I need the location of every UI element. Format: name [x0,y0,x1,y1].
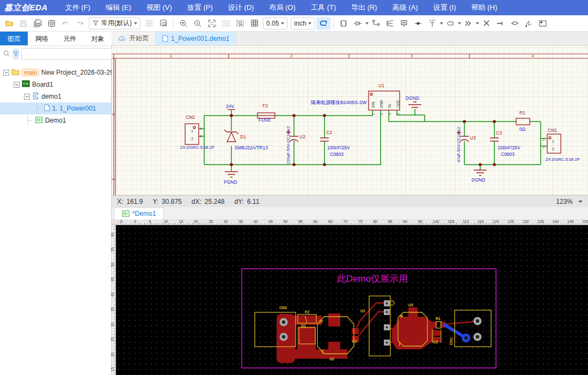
pcb-label-D1: D1 [301,324,306,328]
ruler-tick-label: 5 [149,220,151,223]
pcb-label-U1: U1 [360,309,365,313]
panel-tab-图页[interactable]: 图页 [0,32,28,45]
label-100nF/25V: 100nF/25V [498,145,520,150]
menu-item-5[interactable]: 布局 (O) [261,0,303,15]
place-netlabel-icon[interactable] [397,17,411,30]
zoom-fit-icon[interactable] [205,17,219,30]
label-FUSE: FUSE [259,117,271,123]
place-netflag-icon[interactable] [411,17,425,30]
ruler-tick-label: 140 [553,220,559,223]
ruler-tick-label: 35 [111,307,114,312]
label-C0603: C0603 [501,152,514,157]
menu-item-2[interactable]: 视图 (V) [139,0,180,15]
save-icon[interactable] [16,17,30,30]
grid-settings-icon[interactable] [247,17,261,30]
save-history-icon[interactable] [45,17,59,30]
panel-tab-对象[interactable]: 对象 [84,32,112,45]
document-tabs: 开始页1_Power001.demo1 [112,32,588,46]
label-隔离电源模块B2405S-2W: 隔离电源模块B2405S-2W [311,100,367,105]
menu-item-6[interactable]: 工具 (T) [303,0,344,15]
place-pin-icon[interactable] [493,17,507,30]
place-offpage-icon[interactable] [461,17,475,30]
zoom-selection-icon[interactable] [233,17,247,30]
doc-tab-开始页[interactable]: 开始页 [112,32,156,45]
doc-tab-label: 开始页 [129,34,149,43]
place-port-icon[interactable] [443,17,457,30]
zoom-out-icon[interactable] [191,17,205,30]
search-icon[interactable] [3,50,10,59]
place-flag-icon[interactable] [536,17,550,30]
label-100nF/25V: 100nF/25V [327,145,350,150]
zoom-window-icon[interactable] [219,17,233,30]
doc-tab-1_Power001.demo1[interactable]: 1_Power001.demo1 [156,32,236,45]
ruler-tick-label: 40 [111,292,114,297]
wire-mode-icon[interactable] [316,17,330,30]
tree-item-New-Project_2026-03-29_1[interactable]: mainNew Project_2026-03-29_1 [0,66,111,78]
ruler-tick-label: 95 [418,220,422,223]
new-file-icon[interactable] [2,17,16,30]
grid-size-value: 0.05 [266,20,279,27]
menu-item-0[interactable]: 文件 (F) [58,0,98,15]
menu-item-4[interactable]: 设计 (D) [220,0,262,15]
chevron-down-icon[interactable] [578,201,583,203]
menu-item-3[interactable]: 放置 (P) [180,0,220,15]
redo-icon[interactable] [73,17,87,30]
status-value: 6.11 [247,198,259,205]
tab-pcb-demo1[interactable]: *Demo1 [114,207,164,220]
pcb-label-CN1: CN1 [449,337,453,345]
label-0Ω: 0Ω [519,126,525,132]
label-F2: F2 [262,103,268,108]
project-tree: mainNew Project_2026-03-29_1Board1demo11… [0,66,111,126]
find-component-icon[interactable] [156,17,170,30]
wires[interactable] [199,109,547,171]
schematic-labels: CN2ZX-DGRC-5.08-2P24VF2FUSED1SMBJ22A/TR1… [112,53,580,185]
menu-item-1[interactable]: 编辑 (E) [98,0,139,15]
place-diode-icon[interactable] [351,17,365,30]
tree-search-input[interactable] [21,48,121,60]
tree-item-1-1_Power001[interactable]: 1. 1_Power001 [0,102,111,114]
copper-pour [277,307,445,363]
place-wire-icon[interactable] [369,17,383,30]
undo-icon[interactable] [59,17,73,30]
signature-icon[interactable] [522,17,536,30]
ruler-tick-label: -5 [119,220,122,223]
ruler-tick-label: 85 [388,220,393,223]
menu-item-8[interactable]: 高级 (A) [385,0,426,15]
grid-size-dropdown[interactable]: 0.05 [263,17,287,29]
place-component-icon[interactable] [336,17,351,30]
menu-item-10[interactable]: 帮助 (H) [464,0,505,15]
label-ZX-DGRC-5.08-2P: ZX-DGRC-5.08-2P [180,145,215,150]
label-0V: 0V [388,103,391,108]
zoom-level[interactable]: 123% [556,198,573,205]
layout-grid-icon[interactable] [142,17,156,30]
schematic-canvas[interactable]: CN2ZX-DGRC-5.08-2P24VF2FUSED1SMBJ22A/TR1… [112,46,588,195]
label-A: A [112,113,115,116]
place-probe-icon[interactable] [507,17,522,30]
label-D1: D1 [240,134,246,140]
place-bus-icon[interactable] [383,17,397,30]
save-all-icon[interactable] [30,17,45,30]
menu-item-9[interactable]: 设置 (I) [426,0,464,15]
panel-tab-元件[interactable]: 元件 [56,32,84,45]
tree-expander-icon[interactable] [24,94,30,100]
tree-item-demo1[interactable]: demo1 [0,90,111,102]
place-noconnect-icon[interactable] [479,17,493,30]
pcb-doc-icon [122,210,130,217]
label-U3: U3 [470,135,476,141]
filter-icon[interactable] [13,49,19,59]
sheet-icon [162,35,168,42]
tree-item-Demo1[interactable]: Demo1 [0,114,111,126]
filter-preset-dropdown[interactable]: 常用(默认) [89,17,140,29]
pcb-canvas[interactable]: 此Demo仅展示用 CN2F2D1U2C2U1U3R1C3CN1 [116,225,588,375]
place-power-icon[interactable] [425,17,439,30]
unit-dropdown[interactable]: inch [291,17,315,29]
menu-item-7[interactable]: 导出 (R) [344,0,385,15]
status-label: dY: [234,198,243,205]
tree-expander-icon[interactable] [3,70,9,76]
zoom-in-icon[interactable] [176,17,191,30]
tree-item-Board1[interactable]: Board1 [0,78,111,90]
tree-expander-icon[interactable] [14,82,20,88]
panel-tab-网络[interactable]: 网络 [28,32,56,45]
label-PGND: PGND [224,179,237,185]
label-4: 4 [531,53,534,58]
